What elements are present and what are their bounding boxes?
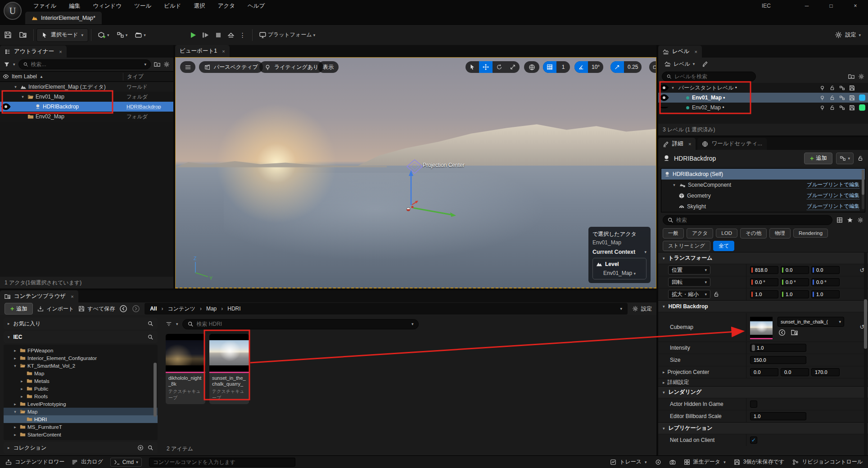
menu-item[interactable]: アクタ bbox=[212, 0, 240, 12]
search-icon[interactable] bbox=[147, 445, 154, 451]
tree-scrollbar[interactable] bbox=[154, 363, 157, 417]
viewport-menu-button[interactable] bbox=[180, 61, 195, 73]
expander-icon[interactable]: ▸ bbox=[12, 402, 18, 406]
expander-icon[interactable]: ▸ bbox=[19, 379, 25, 383]
net-load-checkbox[interactable]: ✓ bbox=[750, 436, 757, 444]
viewport-3d[interactable]: パースペクティブ ライティングあり 表示 1 10° 0.25 bbox=[175, 57, 656, 288]
save-all-button[interactable]: すべて保存 bbox=[78, 305, 115, 313]
tab-outliner[interactable]: アウトライナー × bbox=[0, 45, 67, 58]
grid-snap-value[interactable]: 1 bbox=[556, 61, 570, 73]
close-icon[interactable]: × bbox=[694, 49, 697, 54]
chevron-down-icon[interactable]: ▾ bbox=[411, 322, 414, 326]
rotate-tool-button[interactable] bbox=[493, 61, 506, 73]
collections-section[interactable]: ▸ コレクション bbox=[4, 442, 158, 454]
add-component-button[interactable]: + 追加 bbox=[804, 153, 832, 164]
tab-content-browser[interactable]: コンテンツブラウザ × bbox=[0, 290, 78, 302]
add-folder-icon[interactable] bbox=[848, 73, 854, 80]
blueprint-icon[interactable] bbox=[839, 95, 845, 101]
outliner-row[interactable]: HDRIBackdropHDRIBackdrop bbox=[0, 102, 173, 112]
console-type-dropdown[interactable]: Cmd ▾ bbox=[110, 458, 142, 467]
close-icon[interactable]: × bbox=[222, 49, 225, 54]
filter-chip[interactable]: Rendering bbox=[793, 229, 828, 238]
rotation-snap-value[interactable]: 10° bbox=[588, 61, 603, 73]
transform-value-input[interactable]: 0.0 bbox=[781, 266, 809, 274]
tab-world-settings[interactable]: ワールドセッティ... bbox=[697, 138, 766, 150]
minimize-button[interactable]: ─ bbox=[800, 3, 813, 9]
derived-data-dropdown[interactable]: 派生データ ▾ bbox=[684, 458, 726, 466]
lock-icon[interactable] bbox=[857, 155, 863, 162]
asset-tile[interactable]: dikhololo_night_8kテクスチャキューブ bbox=[166, 334, 205, 404]
search-icon[interactable] bbox=[147, 320, 154, 327]
tab-levels[interactable]: レベル × bbox=[658, 45, 702, 58]
chevron-down-icon[interactable]: ▾ bbox=[13, 62, 15, 67]
lit-mode-dropdown[interactable]: ライティングあり bbox=[259, 61, 323, 73]
outliner-row[interactable]: ▾InteriorElement_Map (エディタ)ワールド bbox=[0, 82, 173, 92]
expander-icon[interactable]: ▸ bbox=[663, 370, 665, 374]
scale-snap-value[interactable]: 0.25 bbox=[624, 61, 642, 73]
outliner-search-field[interactable] bbox=[31, 61, 142, 68]
tree-folder-row[interactable]: ▸FPWeapon bbox=[4, 346, 158, 354]
details-search-input[interactable] bbox=[663, 215, 832, 225]
eye-closed-icon[interactable] bbox=[658, 102, 670, 113]
tree-folder-row[interactable]: ▸Metals bbox=[4, 377, 158, 385]
blueprint-icon[interactable] bbox=[839, 85, 845, 91]
close-button[interactable]: × bbox=[849, 3, 862, 9]
expander-icon[interactable]: ▾ bbox=[20, 94, 26, 99]
gear-icon[interactable] bbox=[857, 217, 863, 223]
console-command-input[interactable] bbox=[149, 458, 295, 467]
menu-item[interactable]: ウィンドウ bbox=[87, 0, 127, 12]
component-row[interactable]: HDRIBackdrop (Self) bbox=[661, 169, 865, 180]
level-color-swatch[interactable] bbox=[859, 94, 865, 101]
expander-icon[interactable]: ▸ bbox=[12, 425, 18, 429]
output-log-button[interactable]: 出力ログ bbox=[72, 458, 103, 466]
lock-icon[interactable] bbox=[829, 85, 835, 91]
tree-folder-row[interactable]: Map bbox=[4, 369, 158, 377]
save-level-icon[interactable]: * bbox=[849, 85, 855, 91]
filter-chip[interactable]: ストリーミング bbox=[663, 241, 710, 251]
lighting-bulb-icon[interactable] bbox=[819, 105, 825, 111]
lighting-bulb-icon[interactable] bbox=[819, 85, 825, 91]
transform-value-input[interactable]: 1.0 bbox=[781, 290, 809, 298]
asset-tile[interactable]: sunset_in_the_chalk_quarry_テクスチャキューブ bbox=[209, 334, 249, 404]
breadcrumb-item[interactable]: Map bbox=[206, 306, 217, 312]
save-level-icon[interactable]: * bbox=[849, 105, 855, 111]
section-rendering[interactable]: ▾ レンダリング bbox=[658, 386, 868, 398]
asset-search-input[interactable]: ▾ bbox=[182, 319, 419, 329]
section-replication[interactable]: ▾ レプリケーション bbox=[658, 422, 868, 434]
tab-details[interactable]: 詳細 × bbox=[658, 138, 696, 150]
level-color-swatch[interactable] bbox=[859, 104, 865, 111]
play-button[interactable] bbox=[189, 31, 197, 39]
edit-brush-icon[interactable] bbox=[702, 61, 708, 67]
unreal-logo-icon[interactable]: U bbox=[4, 2, 22, 20]
menu-item[interactable]: ツール bbox=[129, 0, 157, 12]
filter-chip[interactable]: 一般 bbox=[663, 228, 684, 238]
transform-axis-dropdown[interactable]: 回転▾ bbox=[668, 278, 710, 287]
tree-folder-row[interactable]: ▸Roofs bbox=[4, 392, 158, 400]
filter-chip[interactable]: アクタ bbox=[687, 228, 713, 238]
breadcrumb-item[interactable]: HDRI bbox=[227, 306, 240, 312]
transform-value-input[interactable]: 0.0 ° bbox=[781, 278, 809, 286]
section-hdri-backdrop[interactable]: ▾ HDRI Backdrop bbox=[658, 300, 868, 312]
console-command-field[interactable] bbox=[153, 459, 291, 465]
chevron-down-icon[interactable]: ▾ bbox=[176, 322, 178, 326]
rotation-snap-control[interactable]: 10° bbox=[574, 61, 603, 73]
filter-icon[interactable] bbox=[166, 321, 172, 327]
projection-value-input[interactable]: 170.0 bbox=[811, 368, 840, 376]
add-actor-dropdown[interactable]: ▾ bbox=[94, 28, 113, 42]
edit-in-blueprint-link[interactable]: ブループリントで編集 bbox=[807, 203, 859, 210]
favorites-section[interactable]: ▸ お気に入り bbox=[4, 318, 158, 329]
tab-interior-element-map[interactable]: InteriorElement_Map* bbox=[25, 12, 102, 24]
level-row[interactable]: Env02_Map •* bbox=[658, 103, 868, 112]
edit-in-blueprint-link[interactable]: ブループリントで編集 bbox=[807, 181, 859, 189]
filter-chip[interactable]: 物理 bbox=[769, 228, 791, 238]
select-mode-dropdown[interactable]: 選択モード ▾ bbox=[36, 28, 88, 42]
expander-icon[interactable]: ▾ bbox=[671, 183, 677, 187]
add-collection-icon[interactable] bbox=[137, 445, 144, 451]
transform-value-input[interactable]: 0.0 bbox=[811, 266, 840, 274]
browse-content-icon[interactable] bbox=[15, 28, 31, 42]
menu-item[interactable]: ファイル bbox=[28, 0, 62, 12]
filter-chip[interactable]: LOD bbox=[716, 229, 737, 238]
expander-icon[interactable]: ▾ bbox=[12, 364, 18, 368]
scale-snap-icon[interactable] bbox=[610, 61, 624, 73]
eye-icon[interactable] bbox=[3, 73, 9, 80]
